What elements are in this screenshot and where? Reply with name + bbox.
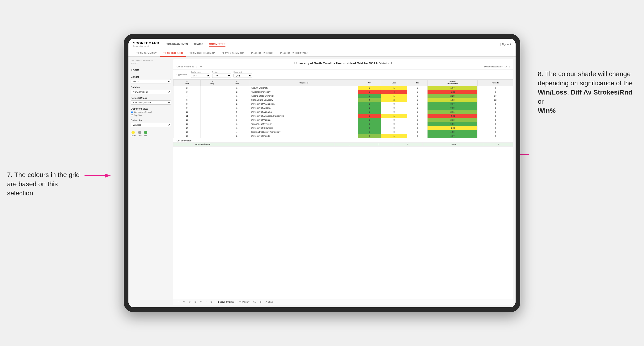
out-div-diff: 26.00 xyxy=(422,143,484,147)
out-div-loss: 0 xyxy=(364,143,393,147)
radio-opponents-played[interactable]: Opponents Played xyxy=(131,111,171,113)
main-grid: University of North Carolina Head-to-Hea… xyxy=(173,59,513,305)
refresh-button[interactable]: ⟳ xyxy=(188,300,192,304)
radio-top100[interactable]: Top 100 xyxy=(131,114,171,116)
sub-nav-team-summary[interactable]: TEAM SUMMARY xyxy=(133,50,160,57)
cell-conf: 6 xyxy=(224,114,250,118)
cell-rounds: 17 xyxy=(478,94,513,98)
cell-diff: 9.00 xyxy=(428,106,478,110)
annotation-right: 8. The colour shade will change dependin… xyxy=(538,69,637,116)
cell-rank: 16 xyxy=(174,134,201,138)
grid-records: Overall Record: 89 - 17 - 0 Division Rec… xyxy=(176,65,510,68)
nav-tournaments[interactable]: TOURNAMENTS xyxy=(166,42,188,47)
dot-button[interactable]: • xyxy=(205,300,208,304)
grid2-button[interactable]: ⊞ xyxy=(259,300,262,304)
cell-loss: 1 xyxy=(381,94,407,98)
cell-opponent: University of Virginia xyxy=(250,118,358,122)
cell-tie: 0 xyxy=(407,126,428,130)
cell-opponent: Arizona State University xyxy=(250,94,358,98)
cell-diff: 1.83 xyxy=(428,98,478,102)
sub-nav-player-summary[interactable]: PLAYER SUMMARY xyxy=(218,50,248,57)
redo-button[interactable]: ↪ xyxy=(182,300,186,304)
cell-tie: 0 xyxy=(407,114,428,118)
division-section: Division NCAA Division I xyxy=(131,86,171,94)
sub-nav-player-h2h-heatmap[interactable]: PLAYER H2H HEATMAP xyxy=(277,50,312,57)
bottom-toolbar: ↩ ↪ ⟳ ⊞ ✄ • ⊙ 🖥 View: Original 👁 Watch ▾… xyxy=(173,299,513,305)
cell-rank: 12 xyxy=(174,118,201,122)
division-select[interactable]: NCAA Division I xyxy=(131,90,171,94)
cell-opponent: Georgia Institute of Technology xyxy=(250,130,358,134)
colour-by-label: Colour by xyxy=(131,119,171,122)
cell-win: 1 xyxy=(358,106,381,110)
cell-reg: - xyxy=(200,86,224,90)
out-division-table: NCAA Division II 1 0 0 26.00 3 xyxy=(173,142,513,147)
nav-teams[interactable]: TEAMS xyxy=(194,42,203,47)
cell-win: 3 xyxy=(358,110,381,114)
sub-nav-team-h2h-grid[interactable]: TEAM H2H GRID xyxy=(160,50,186,57)
cell-tie: 0 xyxy=(407,134,428,138)
nav-committee[interactable]: COMMITTEE xyxy=(209,42,226,47)
cell-rank: 3 xyxy=(174,90,201,94)
conference-filter-label: Conference xyxy=(191,71,210,73)
cell-conf: 2 xyxy=(224,98,250,102)
out-div-empty xyxy=(174,143,194,147)
cell-rank: 4 xyxy=(174,94,201,98)
cell-rounds: 3 xyxy=(478,102,513,106)
cell-win: 2 xyxy=(358,86,381,90)
table-row: 13 - 1 Texas Tech University 3 0 0 5.56 … xyxy=(174,122,513,126)
cell-diff: 5.56 xyxy=(428,122,478,126)
view-original-button[interactable]: 🖥 View: Original xyxy=(217,301,234,303)
cell-conf: 1 xyxy=(224,86,250,90)
cell-reg: - xyxy=(200,122,224,126)
clock-button[interactable]: ⊙ xyxy=(210,300,213,304)
school-rank-section: School (Rank) 1. University of Nort... xyxy=(131,97,171,105)
cell-win: 0 xyxy=(358,90,381,94)
undo-button[interactable]: ↩ xyxy=(176,300,180,304)
cell-tie: 0 xyxy=(407,122,428,126)
comment-button[interactable]: 💬 xyxy=(252,300,257,304)
school-rank-select[interactable]: 1. University of Nort... xyxy=(131,100,171,105)
table-wrapper[interactable]: #Rank #Reg #Conf Opponent Win Loss Tie D… xyxy=(173,79,513,299)
cell-conf: 2 xyxy=(224,90,250,94)
table-body: 2 - 1 Auburn University 2 1 0 1.67 9 3 -… xyxy=(174,86,513,138)
table-row: 11 - 6 University of Arkansas, Fayettevi… xyxy=(174,114,513,118)
watch-button[interactable]: 👁 Watch ▾ xyxy=(238,300,250,304)
arrow-left-annotation xyxy=(84,172,113,180)
cell-rounds: 9 xyxy=(478,126,513,130)
cell-rounds: 3 xyxy=(478,118,513,122)
cell-conf: 1 xyxy=(224,122,250,126)
cell-conf: 2 xyxy=(224,134,250,138)
cell-conf: 1 xyxy=(224,94,250,98)
cell-conf: 2 xyxy=(224,102,250,106)
last-updated-label: Last Updated: 27/03/2024 xyxy=(131,59,171,61)
level-label: Level xyxy=(138,135,142,137)
conference-select[interactable]: (All) xyxy=(191,74,210,78)
cell-tie: 0 xyxy=(407,90,428,94)
main-nav: TOURNAMENTS TEAMS COMMITTEE xyxy=(166,42,500,47)
cell-win: 3 xyxy=(358,134,381,138)
logo-text: SCOREBOARD xyxy=(133,41,159,45)
cell-loss: 1 xyxy=(381,114,407,118)
cell-reg: - xyxy=(200,106,224,110)
division-record: Division Record: 88 - 17 - 0 xyxy=(484,65,510,68)
cell-rank: 10 xyxy=(174,110,201,114)
share-button[interactable]: ↗ Share xyxy=(264,300,274,304)
gender-select[interactable]: Men's xyxy=(131,79,171,83)
opponent-view-section: Opponent View Opponents Played Top 100 xyxy=(131,108,171,116)
cell-opponent: Auburn University xyxy=(250,86,358,90)
colour-by-select[interactable]: Win/loss xyxy=(131,123,171,127)
sub-nav-player-h2h-grid[interactable]: PLAYER H2H GRID xyxy=(248,50,277,57)
sub-nav-team-h2h-heatmap[interactable]: TEAM H2H HEATMAP xyxy=(186,50,218,57)
cell-opponent: Vanderbilt University xyxy=(250,90,358,94)
cell-reg: - xyxy=(200,90,224,94)
grid-button[interactable]: ⊞ xyxy=(194,300,197,304)
cut-button[interactable]: ✄ xyxy=(199,300,203,304)
out-division-label: Out of division xyxy=(173,138,513,142)
opponent-select[interactable]: (All) xyxy=(234,74,252,78)
opponent-filter-label: Opponent xyxy=(234,71,252,73)
cell-win: 2 xyxy=(358,126,381,130)
sign-out-button[interactable]: | Sign out xyxy=(500,43,511,46)
annotation-left: 7. The colours in the grid are based on … xyxy=(7,170,82,198)
region-select[interactable]: (All) xyxy=(212,74,231,78)
grid-header: University of North Carolina Head-to-Hea… xyxy=(173,59,513,70)
